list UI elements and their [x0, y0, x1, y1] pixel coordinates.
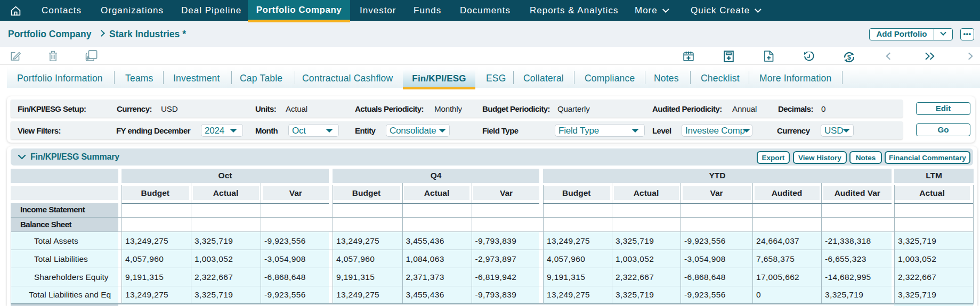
svg-text:$: $	[847, 54, 851, 61]
